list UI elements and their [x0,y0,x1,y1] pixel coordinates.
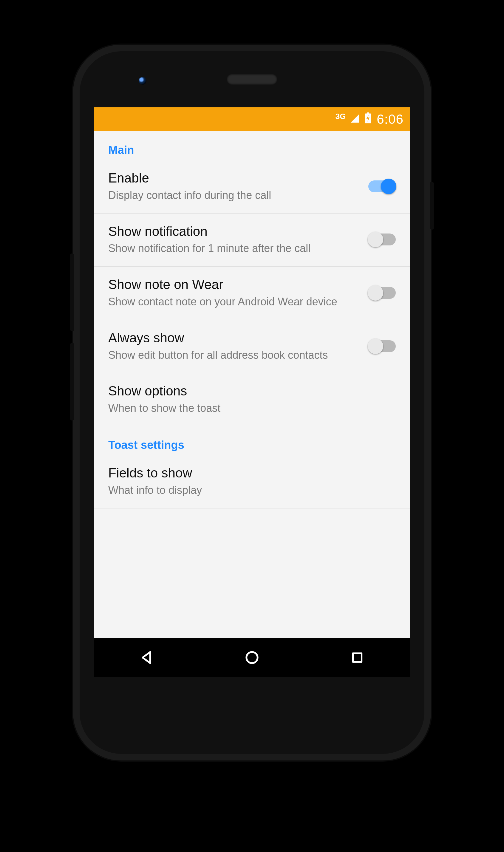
svg-point-2 [246,652,257,663]
phone-frame: 3G 6:06 Main Enable [73,45,431,760]
svg-rect-1 [367,112,369,114]
status-clock: 6:06 [377,112,403,127]
setting-title: Enable [108,170,362,186]
phone-volume-down [70,343,74,420]
toggle-show-note-on-wear[interactable] [368,287,396,299]
setting-subtitle: Display contact info during the call [108,188,362,202]
toggle-show-notification[interactable] [368,234,396,246]
nav-recent-button[interactable] [347,647,368,668]
setting-fields-to-show[interactable]: Fields to show What info to display [94,455,410,508]
setting-title: Show notification [108,224,362,239]
setting-title: Always show [108,330,362,346]
phone-screen: 3G 6:06 Main Enable [94,107,410,677]
settings-list[interactable]: Main Enable Display contact info during … [94,131,410,508]
phone-front-camera [139,77,146,85]
status-bar: 3G 6:06 [94,107,410,131]
battery-charging-icon [364,112,372,126]
setting-subtitle: Show contact note on your Android Wear d… [108,295,362,309]
svg-rect-3 [353,653,362,662]
setting-enable[interactable]: Enable Display contact info during the c… [94,160,410,214]
setting-title: Fields to show [108,465,396,481]
setting-subtitle: Show edit button for all address book co… [108,348,362,362]
section-header-toast-settings: Toast settings [94,426,410,455]
section-header-main: Main [94,131,410,160]
setting-title: Show options [108,383,396,399]
setting-show-options[interactable]: Show options When to show the toast [94,373,410,426]
setting-subtitle: When to show the toast [108,401,396,415]
navigation-bar [94,638,410,677]
setting-show-notification[interactable]: Show notification Show notification for … [94,214,410,267]
nav-back-button[interactable] [136,647,157,668]
cellular-signal-icon [350,113,360,126]
setting-show-note-on-wear[interactable]: Show note on Wear Show contact note on y… [94,267,410,320]
toggle-enable[interactable] [368,180,396,192]
nav-home-button[interactable] [241,647,263,668]
phone-earpiece [227,74,277,85]
setting-subtitle: What info to display [108,484,396,497]
status-icons: 3G [336,112,372,126]
setting-subtitle: Show notification for 1 minute after the… [108,241,362,256]
toggle-always-show[interactable] [368,340,396,352]
phone-power-button [430,182,434,230]
setting-title: Show note on Wear [108,277,362,293]
phone-volume-up [70,253,74,331]
setting-always-show[interactable]: Always show Show edit button for all add… [94,320,410,373]
network-type-label: 3G [336,112,346,121]
